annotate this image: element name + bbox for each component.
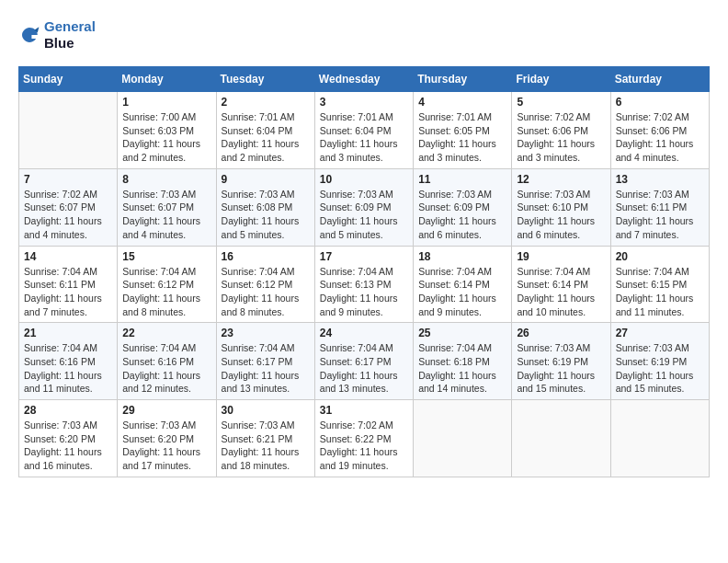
day-number: 7 xyxy=(24,173,112,186)
day-info: Sunrise: 7:03 AM Sunset: 6:19 PM Dayligh… xyxy=(517,341,605,396)
day-number: 13 xyxy=(616,173,704,186)
day-info: Sunrise: 7:01 AM Sunset: 6:04 PM Dayligh… xyxy=(222,110,310,165)
day-info: Sunrise: 7:04 AM Sunset: 6:17 PM Dayligh… xyxy=(222,341,310,396)
header-sunday: Sunday xyxy=(19,67,118,92)
day-number: 16 xyxy=(222,250,310,263)
day-number: 31 xyxy=(320,404,408,417)
calendar-cell: 14Sunrise: 7:04 AM Sunset: 6:11 PM Dayli… xyxy=(19,246,118,323)
day-number: 26 xyxy=(517,327,605,339)
day-info: Sunrise: 7:02 AM Sunset: 6:22 PM Dayligh… xyxy=(320,419,408,473)
day-info: Sunrise: 7:03 AM Sunset: 6:07 PM Dayligh… xyxy=(122,188,210,242)
week-row-2: 7Sunrise: 7:02 AM Sunset: 6:07 PM Daylig… xyxy=(19,168,710,246)
day-info: Sunrise: 7:02 AM Sunset: 6:06 PM Dayligh… xyxy=(616,110,704,165)
calendar-cell: 8Sunrise: 7:03 AM Sunset: 6:07 PM Daylig… xyxy=(118,168,216,246)
day-number: 12 xyxy=(517,173,605,186)
day-number: 20 xyxy=(616,250,704,263)
calendar-cell xyxy=(414,400,512,477)
day-number: 11 xyxy=(418,173,506,186)
header-saturday: Saturday xyxy=(610,67,709,92)
day-info: Sunrise: 7:02 AM Sunset: 6:07 PM Dayligh… xyxy=(24,188,112,242)
calendar-cell: 28Sunrise: 7:03 AM Sunset: 6:20 PM Dayli… xyxy=(19,400,118,477)
day-number: 28 xyxy=(24,404,112,417)
day-info: Sunrise: 7:04 AM Sunset: 6:16 PM Dayligh… xyxy=(122,341,210,396)
day-number: 29 xyxy=(122,404,210,417)
day-info: Sunrise: 7:00 AM Sunset: 6:03 PM Dayligh… xyxy=(122,110,210,165)
day-info: Sunrise: 7:04 AM Sunset: 6:16 PM Dayligh… xyxy=(24,341,112,396)
calendar-cell: 12Sunrise: 7:03 AM Sunset: 6:10 PM Dayli… xyxy=(512,168,610,246)
day-info: Sunrise: 7:04 AM Sunset: 6:12 PM Dayligh… xyxy=(122,265,210,319)
day-number: 15 xyxy=(122,250,210,263)
calendar-cell: 29Sunrise: 7:03 AM Sunset: 6:20 PM Dayli… xyxy=(118,400,216,477)
calendar-cell: 24Sunrise: 7:04 AM Sunset: 6:17 PM Dayli… xyxy=(314,323,413,400)
calendar-cell: 18Sunrise: 7:04 AM Sunset: 6:14 PM Dayli… xyxy=(414,246,512,323)
calendar-cell: 19Sunrise: 7:04 AM Sunset: 6:14 PM Dayli… xyxy=(512,246,610,323)
day-number: 25 xyxy=(418,327,506,339)
calendar-cell: 25Sunrise: 7:04 AM Sunset: 6:18 PM Dayli… xyxy=(414,323,512,400)
calendar-cell: 21Sunrise: 7:04 AM Sunset: 6:16 PM Dayli… xyxy=(19,323,118,400)
calendar-cell: 26Sunrise: 7:03 AM Sunset: 6:19 PM Dayli… xyxy=(512,323,610,400)
calendar-cell: 22Sunrise: 7:04 AM Sunset: 6:16 PM Dayli… xyxy=(118,323,216,400)
calendar-cell: 5Sunrise: 7:02 AM Sunset: 6:06 PM Daylig… xyxy=(512,92,610,169)
calendar-cell: 27Sunrise: 7:03 AM Sunset: 6:19 PM Dayli… xyxy=(610,323,709,400)
day-info: Sunrise: 7:04 AM Sunset: 6:14 PM Dayligh… xyxy=(418,265,506,319)
day-number: 9 xyxy=(222,173,310,186)
day-number: 10 xyxy=(320,173,408,186)
calendar-cell: 23Sunrise: 7:04 AM Sunset: 6:17 PM Dayli… xyxy=(216,323,314,400)
calendar-cell: 20Sunrise: 7:04 AM Sunset: 6:15 PM Dayli… xyxy=(610,246,709,323)
day-number: 2 xyxy=(222,96,310,109)
day-number: 24 xyxy=(320,327,408,339)
calendar-cell: 6Sunrise: 7:02 AM Sunset: 6:06 PM Daylig… xyxy=(610,92,709,169)
day-info: Sunrise: 7:04 AM Sunset: 6:14 PM Dayligh… xyxy=(517,265,605,319)
calendar-cell: 10Sunrise: 7:03 AM Sunset: 6:09 PM Dayli… xyxy=(314,168,413,246)
day-info: Sunrise: 7:03 AM Sunset: 6:08 PM Dayligh… xyxy=(222,188,310,242)
calendar-cell: 13Sunrise: 7:03 AM Sunset: 6:11 PM Dayli… xyxy=(610,168,709,246)
calendar-cell: 2Sunrise: 7:01 AM Sunset: 6:04 PM Daylig… xyxy=(216,92,314,169)
day-number: 27 xyxy=(616,327,704,339)
day-info: Sunrise: 7:04 AM Sunset: 6:15 PM Dayligh… xyxy=(616,265,704,319)
day-number: 21 xyxy=(24,327,112,339)
calendar-cell: 11Sunrise: 7:03 AM Sunset: 6:09 PM Dayli… xyxy=(414,168,512,246)
header-friday: Friday xyxy=(512,67,610,92)
calendar-cell: 16Sunrise: 7:04 AM Sunset: 6:12 PM Dayli… xyxy=(216,246,314,323)
day-number: 17 xyxy=(320,250,408,263)
calendar-cell: 17Sunrise: 7:04 AM Sunset: 6:13 PM Dayli… xyxy=(314,246,413,323)
day-number: 30 xyxy=(222,404,310,417)
calendar-cell: 15Sunrise: 7:04 AM Sunset: 6:12 PM Dayli… xyxy=(118,246,216,323)
day-number: 3 xyxy=(320,96,408,109)
calendar-cell: 1Sunrise: 7:00 AM Sunset: 6:03 PM Daylig… xyxy=(118,92,216,169)
day-number: 14 xyxy=(24,250,112,263)
day-number: 18 xyxy=(418,250,506,263)
header-wednesday: Wednesday xyxy=(314,67,413,92)
logo-icon xyxy=(18,24,40,46)
day-info: Sunrise: 7:04 AM Sunset: 6:18 PM Dayligh… xyxy=(418,341,506,396)
calendar-cell: 30Sunrise: 7:03 AM Sunset: 6:21 PM Dayli… xyxy=(216,400,314,477)
header-thursday: Thursday xyxy=(414,67,512,92)
day-info: Sunrise: 7:03 AM Sunset: 6:20 PM Dayligh… xyxy=(122,419,210,473)
calendar-cell: 4Sunrise: 7:01 AM Sunset: 6:05 PM Daylig… xyxy=(414,92,512,169)
calendar-cell xyxy=(512,400,610,477)
day-number: 1 xyxy=(122,96,210,109)
day-number: 23 xyxy=(222,327,310,339)
day-info: Sunrise: 7:01 AM Sunset: 6:05 PM Dayligh… xyxy=(418,110,506,165)
day-info: Sunrise: 7:01 AM Sunset: 6:04 PM Dayligh… xyxy=(320,110,408,165)
calendar-table: SundayMondayTuesdayWednesdayThursdayFrid… xyxy=(18,66,710,477)
calendar-cell: 31Sunrise: 7:02 AM Sunset: 6:22 PM Dayli… xyxy=(314,400,413,477)
day-info: Sunrise: 7:03 AM Sunset: 6:11 PM Dayligh… xyxy=(616,188,704,242)
day-info: Sunrise: 7:03 AM Sunset: 6:09 PM Dayligh… xyxy=(320,188,408,242)
day-info: Sunrise: 7:04 AM Sunset: 6:17 PM Dayligh… xyxy=(320,341,408,396)
logo: General Blue xyxy=(18,18,96,52)
calendar-cell: 3Sunrise: 7:01 AM Sunset: 6:04 PM Daylig… xyxy=(314,92,413,169)
logo-text: General Blue xyxy=(44,18,96,52)
day-info: Sunrise: 7:03 AM Sunset: 6:21 PM Dayligh… xyxy=(222,419,310,473)
week-row-5: 28Sunrise: 7:03 AM Sunset: 6:20 PM Dayli… xyxy=(19,400,710,477)
week-row-1: 1Sunrise: 7:00 AM Sunset: 6:03 PM Daylig… xyxy=(19,92,710,169)
day-info: Sunrise: 7:03 AM Sunset: 6:09 PM Dayligh… xyxy=(418,188,506,242)
day-info: Sunrise: 7:03 AM Sunset: 6:10 PM Dayligh… xyxy=(517,188,605,242)
page-header: General Blue xyxy=(18,18,710,52)
calendar-cell: 7Sunrise: 7:02 AM Sunset: 6:07 PM Daylig… xyxy=(19,168,118,246)
day-number: 4 xyxy=(418,96,506,109)
week-row-3: 14Sunrise: 7:04 AM Sunset: 6:11 PM Dayli… xyxy=(19,246,710,323)
day-info: Sunrise: 7:02 AM Sunset: 6:06 PM Dayligh… xyxy=(517,110,605,165)
day-info: Sunrise: 7:04 AM Sunset: 6:12 PM Dayligh… xyxy=(222,265,310,319)
day-number: 19 xyxy=(517,250,605,263)
